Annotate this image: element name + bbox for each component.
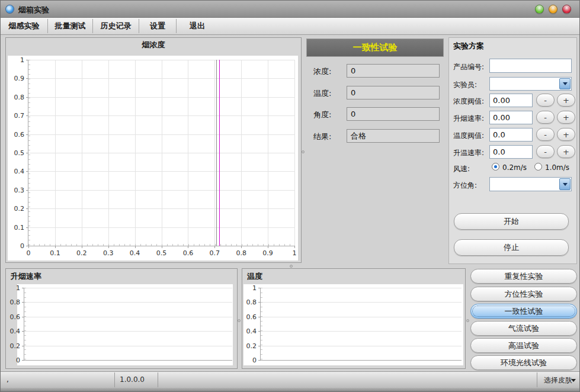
menu-item-history[interactable]: 历史记录	[93, 18, 139, 34]
conc-threshold-plus-button[interactable]: +	[557, 94, 575, 107]
menu-item-smoke-test[interactable]: 烟感实验	[1, 18, 47, 34]
operator-dropdown-button[interactable]	[559, 78, 571, 89]
chart-grid-h	[24, 331, 232, 332]
status-separator	[158, 372, 158, 387]
chart-ylab: 0.1	[14, 223, 25, 231]
wind-speed-radio-10[interactable]	[534, 163, 542, 171]
chart-grid-h	[28, 171, 294, 172]
chart-minor-x	[28, 244, 294, 246]
concentration-chart-plot: 00.10.20.30.40.50.60.70.80.9100.10.20.30…	[28, 60, 294, 246]
chart-grid-h	[28, 153, 294, 153]
chart-grid-h	[28, 60, 294, 60]
chart-ytick	[22, 360, 24, 361]
status-left-text: ,	[7, 375, 9, 384]
chevron-down-icon	[563, 82, 568, 85]
menu-item-settings[interactable]: 设置	[139, 18, 176, 34]
concentration-chart-panel: 烟浓度 00.10.20.30.40.50.60.70.80.9100.10.2…	[5, 37, 302, 263]
azimuth-select[interactable]	[489, 177, 572, 191]
app-icon	[6, 5, 14, 13]
conc-threshold-input[interactable]	[489, 94, 533, 107]
test-button-ambient-light[interactable]: 环境光线试验	[470, 355, 577, 370]
test-button-consistency[interactable]: 一致性试验	[470, 304, 577, 319]
chart-ylab: 0	[16, 356, 20, 364]
menu-bar: 烟感实验 批量测试 历史记录 设置 退出	[1, 18, 579, 35]
rise-rate-minus-button[interactable]: -	[536, 111, 555, 124]
conc-threshold-minus-button[interactable]: -	[536, 94, 555, 107]
chart-ylab: 0.9	[14, 75, 25, 82]
temperature-chart-title: 温度	[247, 271, 262, 282]
chart-ylab: 0.7	[14, 112, 25, 120]
close-button[interactable]	[562, 5, 571, 14]
concentration-chart-title: 烟浓度	[6, 40, 301, 50]
test-button-airflow[interactable]: 气流试验	[470, 321, 577, 336]
result-value: 合格	[347, 129, 440, 143]
status-bar: , 1.0.0.0 选择皮肤	[1, 371, 579, 388]
chart-xlab: 0.5	[156, 249, 167, 257]
menu-item-exit[interactable]: 退出	[177, 18, 218, 34]
chart-xtick	[214, 246, 215, 248]
chart-grid-h	[261, 331, 462, 332]
azimuth-dropdown-button[interactable]	[559, 178, 571, 190]
chart-ylab: 0	[20, 242, 24, 250]
chart-ylab: 0.2	[14, 205, 25, 213]
chart-ylab: 0.8	[14, 93, 25, 101]
chart-grid-h	[261, 302, 462, 303]
chart-ylab: 0.6	[246, 313, 257, 320]
wind-speed-radio-02[interactable]	[492, 163, 499, 171]
chart-grid-h	[28, 190, 294, 191]
temp-threshold-input[interactable]	[489, 128, 533, 142]
chart-ylab: 0.8	[246, 298, 257, 306]
skin-selector[interactable]: 选择皮肤	[544, 375, 572, 385]
chart-xlab: 0.4	[130, 249, 140, 257]
version-text: 1.0.0.0	[120, 375, 145, 384]
splitter-handle[interactable]	[238, 319, 241, 322]
chart-ylab: 0.2	[246, 342, 257, 349]
operator-label: 实验员:	[453, 80, 477, 90]
temp-rise-plus-button[interactable]: +	[557, 145, 575, 158]
splitter-handle[interactable]	[466, 319, 469, 322]
temp-rise-input[interactable]	[489, 145, 533, 159]
chart-xtick	[162, 246, 162, 248]
start-button[interactable]: 开始	[454, 213, 569, 230]
chart-xtick	[55, 246, 56, 248]
chart-grid-h	[28, 115, 294, 116]
chart-grid-h	[24, 317, 232, 317]
concentration-value: 0	[347, 64, 440, 78]
product-no-label: 产品编号:	[453, 62, 484, 72]
test-button-azimuth[interactable]: 方位性实验	[470, 287, 577, 301]
menu-item-batch-test[interactable]: 批量测试	[48, 18, 92, 34]
temp-threshold-label: 温度阀值:	[453, 131, 484, 141]
consistency-title: 一致性试验	[353, 42, 398, 53]
chart-ylab: 1	[20, 56, 24, 64]
chart-grid-h	[24, 302, 232, 303]
stop-button[interactable]: 停止	[454, 239, 569, 256]
rise-rate-chart-plot: 00.20.40.60.81	[24, 288, 232, 361]
chart-xtick	[108, 246, 109, 248]
chart-grid-h	[28, 97, 294, 98]
chart-marker-v	[219, 60, 220, 246]
chart-xlab: 0.6	[183, 249, 194, 257]
temp-threshold-minus-button[interactable]: -	[536, 128, 555, 141]
temp-rise-minus-button[interactable]: -	[536, 145, 555, 158]
app-window: 烟箱实验 烟感实验 批量测试 历史记录 设置 退出 烟浓度 00.10.20.3…	[0, 0, 580, 392]
temperature-value: 0	[347, 86, 440, 99]
status-separator	[537, 372, 537, 387]
chart-minor-y	[261, 288, 262, 360]
rise-rate-plus-button[interactable]: +	[557, 111, 575, 124]
test-button-high-temp[interactable]: 高温试验	[470, 338, 577, 353]
operator-select[interactable]	[489, 77, 572, 91]
chart-ylab: 0.4	[246, 327, 257, 335]
temperature-label: 温度:	[313, 88, 331, 99]
rise-rate-label: 升烟速率:	[453, 114, 484, 124]
rise-rate-input[interactable]	[489, 111, 533, 124]
splitter-handle[interactable]	[290, 265, 293, 268]
temp-rise-label: 升温速率:	[453, 148, 484, 158]
splitter-handle[interactable]	[302, 150, 305, 153]
product-no-input[interactable]	[489, 59, 572, 73]
maximize-button[interactable]	[549, 5, 557, 14]
test-button-repeatability[interactable]: 重复性实验	[470, 269, 577, 284]
temp-threshold-plus-button[interactable]: +	[557, 128, 575, 141]
chart-xlab: 0.7	[210, 249, 220, 257]
minimize-button[interactable]	[535, 5, 544, 14]
chart-grid-h	[261, 317, 462, 317]
